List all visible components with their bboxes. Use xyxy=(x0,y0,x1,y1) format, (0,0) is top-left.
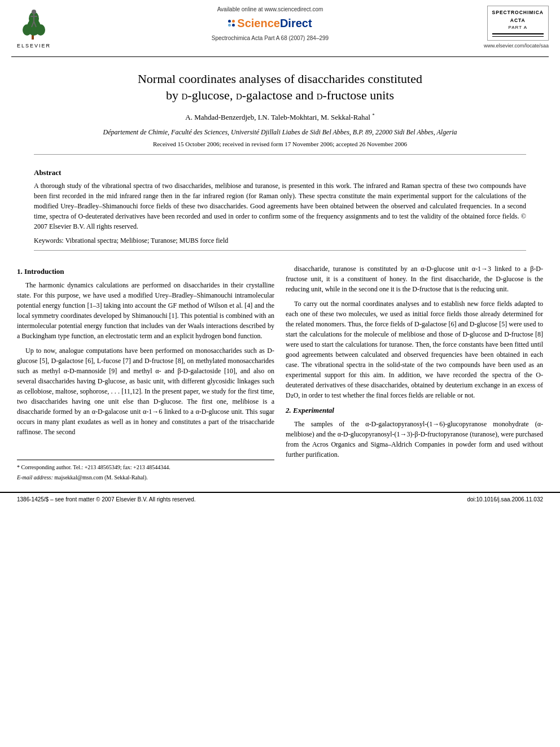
journal-title-line1: SPECTROCHIMICA xyxy=(492,9,544,17)
section2-heading: 2. Experimental xyxy=(286,405,543,416)
right-para1: disaccharide, turanose is constituted by… xyxy=(286,264,543,294)
left-column: 1. Introduction The harmonic dynamics ca… xyxy=(17,264,274,484)
title-divider xyxy=(34,154,526,155)
abstract-divider xyxy=(34,250,526,251)
elsevier-wordmark: ELSEVIER xyxy=(17,42,51,50)
svg-point-5 xyxy=(32,10,36,14)
article-title: Normal coordinates analyses of disacchar… xyxy=(34,71,526,103)
sd-dot xyxy=(232,24,235,27)
affiliation: Département de Chimie, Faculté des Scien… xyxy=(34,128,526,137)
keywords-label: Keywords: xyxy=(34,237,64,244)
footnote-block: * Corresponding author. Tel.: +213 48565… xyxy=(17,460,274,482)
svg-point-2 xyxy=(23,24,32,36)
sciencedirect-text: ScienceDirect xyxy=(237,15,312,31)
available-online-text: Available online at www.sciencedirect.co… xyxy=(217,6,323,14)
sd-dot xyxy=(228,20,231,23)
center-header: Available online at www.sciencedirect.co… xyxy=(56,6,484,42)
keywords-values: Vibrational spectra; Melibiose; Turanose… xyxy=(65,237,229,244)
right-para2: To carry out the normal coordinates anal… xyxy=(286,299,543,400)
elsevier-logo: ELSEVIER xyxy=(11,6,56,51)
received-dates: Received 15 October 2006; received in re… xyxy=(34,140,526,148)
right-para3: The samples of the α-D-galactopyranosyl-… xyxy=(286,419,543,460)
title-section: Normal coordinates analyses of disacchar… xyxy=(0,63,560,165)
section1-heading: 1. Introduction xyxy=(17,266,274,277)
page-wrapper: ELSEVIER Available online at www.science… xyxy=(0,0,560,506)
elsevier-tree-icon xyxy=(16,7,53,41)
footer-bar: 1386-1425/$ – see front matter © 2007 El… xyxy=(0,492,560,506)
journal-url: www.elsevier.com/locate/saa xyxy=(484,42,549,50)
abstract-heading: Abstract xyxy=(34,168,526,178)
authors: A. Mahdad-Benzerdjeb, I.N. Taleb-Mokhtar… xyxy=(34,112,526,123)
header-divider xyxy=(11,56,549,57)
journal-reference: Spectrochimica Acta Part A 68 (2007) 284… xyxy=(212,34,329,42)
body-section: 1. Introduction The harmonic dynamics ca… xyxy=(0,258,560,490)
keywords: Keywords: Vibrational spectra; Melibiose… xyxy=(34,236,526,246)
footer-doi: doi:10.1016/j.saa.2006.11.032 xyxy=(467,496,543,504)
svg-point-3 xyxy=(36,24,45,36)
journal-box: SPECTROCHIMICA ACTA PART A xyxy=(487,6,549,41)
sd-logo-graphic: ScienceDirect xyxy=(228,15,312,31)
email-label: E-mail address: xyxy=(17,474,53,480)
abstract-text: A thorough study of the vibrational spec… xyxy=(34,181,526,231)
sciencedirect-logo: ScienceDirect xyxy=(228,15,312,31)
footnote-corresponding: * Corresponding author. Tel.: +213 48565… xyxy=(17,463,274,471)
sd-dots-icon xyxy=(228,20,235,27)
section1-para2: Up to now, analogue computations have be… xyxy=(17,346,274,437)
right-header: SPECTROCHIMICA ACTA PART A www.elsevier.… xyxy=(484,6,549,50)
journal-title-line2: ACTA xyxy=(492,17,544,25)
footnote-email: E-mail address: majsekkal@msn.com (M. Se… xyxy=(17,473,274,482)
journal-title-line3: PART A xyxy=(492,24,544,32)
sd-dot xyxy=(232,20,235,23)
header-top: ELSEVIER Available online at www.science… xyxy=(11,6,549,51)
right-column: disaccharide, turanose is constituted by… xyxy=(286,264,543,484)
sd-dot xyxy=(228,24,231,27)
page-header: ELSEVIER Available online at www.science… xyxy=(0,0,560,63)
section1-para1: The harmonic dynamics calculations are p… xyxy=(17,280,274,341)
email-value: majsekkal@msn.com (M. Sekkal-Rahal). xyxy=(54,474,148,480)
footer-issn: 1386-1425/$ – see front matter © 2007 El… xyxy=(17,496,196,504)
abstract-section: Abstract A thorough study of the vibrati… xyxy=(0,165,560,258)
